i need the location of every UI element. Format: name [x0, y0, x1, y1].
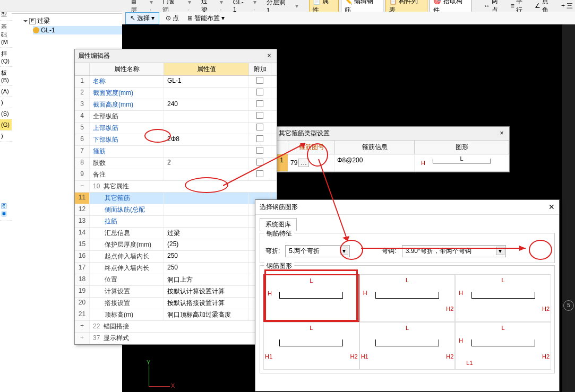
- rebar-shape-dialog: 选择钢筋图形✕ 系统图库 钢筋特征 弯折: 5.两个弯折▾ 弯钩: 3.90°弯…: [255, 199, 560, 391]
- close-icon[interactable]: ×: [265, 52, 273, 60]
- rebar-shape-option[interactable]: LHH2L1: [455, 322, 551, 370]
- col-stirrup-info: 箍筋信息: [335, 141, 415, 154]
- smart-layout-tool[interactable]: ⊞ 智能布置 ▾: [185, 13, 227, 24]
- property-editor-window: 属性编辑器× 属性名称 属性值 附加 1名称GL-12截面宽度(mm)3截面高度…: [74, 49, 277, 345]
- property-row[interactable]: 9备注: [75, 169, 277, 181]
- rebar-shape-option[interactable]: LHH2: [455, 274, 551, 322]
- col-stirrup-shape: 图形: [415, 141, 509, 154]
- tree-node-gl1[interactable]: GL-1: [33, 26, 122, 34]
- stirrup-type-dialog: 其它箍筋类型设置× 箍筋图号 箍筋信息 图形 1 79… Φ8@200 HL: [275, 126, 510, 172]
- rebar-shape-option[interactable]: LH1H2: [359, 322, 456, 370]
- stirrup-row[interactable]: 1 79… Φ8@200 HL: [276, 154, 509, 172]
- close-icon[interactable]: ✕: [548, 203, 555, 212]
- property-row[interactable]: 21顶标高(m)洞口顶标高加过梁高度: [75, 309, 277, 321]
- right-ruler: 5: [562, 24, 575, 392]
- stirrup-dialog-title: 其它箍筋类型设置: [279, 129, 330, 138]
- rebar-shape-option[interactable]: LH: [263, 274, 359, 322]
- property-row[interactable]: 6下部纵筋2Φ8: [75, 134, 277, 146]
- property-row[interactable]: 16起点伸入墙内长250: [75, 251, 277, 263]
- property-editor-title: 属性编辑器: [78, 51, 110, 60]
- property-row[interactable]: 14汇总信息过梁: [75, 228, 277, 239]
- property-row[interactable]: 2截面宽度(mm): [75, 88, 277, 99]
- hook-label: 弯钩:: [382, 247, 396, 256]
- shapes-legend: 钢筋图形: [264, 262, 294, 271]
- three-button[interactable]: + 三: [559, 1, 575, 12]
- property-row[interactable]: 17终点伸入墙内长250: [75, 263, 277, 274]
- ruler-mark-5: 5: [563, 300, 574, 311]
- property-row[interactable]: 3截面高度(mm)240: [75, 99, 277, 111]
- point-tool[interactable]: ⊙ 点: [164, 13, 181, 24]
- chevron-down-icon[interactable]: ▾: [496, 247, 504, 255]
- stirrup-shape-icon: HL: [417, 156, 507, 169]
- bend-label: 弯折:: [265, 247, 280, 256]
- hook-combo[interactable]: 3.90°弯折，带两个弯钩▾: [402, 245, 506, 257]
- property-row[interactable]: 13拉筋: [75, 216, 277, 228]
- chevron-down-icon[interactable]: ▾: [340, 247, 348, 255]
- select-tool[interactable]: ↖ 选择 ▾: [125, 12, 159, 24]
- property-row[interactable]: 5上部纵筋: [75, 123, 277, 134]
- col-stirrup-no: 箍筋图号: [288, 141, 335, 154]
- property-row[interactable]: 20搭接设置按默认搭接设置计算: [75, 298, 277, 309]
- property-row[interactable]: 18位置洞口上方: [75, 274, 277, 286]
- col-add: 附加: [249, 63, 271, 75]
- breadcrumb-bar: 首层▾ · 门窗洞▾ · 过梁▾ · GL-1▾ · 分层洞1▾ 📄 属性 ✏️…: [0, 0, 575, 12]
- tree-node-lintel[interactable]: E过梁: [23, 16, 122, 26]
- col-name: 属性名称: [90, 63, 164, 75]
- feature-legend: 钢筋特征: [264, 229, 294, 238]
- property-row[interactable]: 4全部纵筋: [75, 111, 277, 123]
- close-icon[interactable]: ×: [497, 129, 506, 138]
- left-category-strip: 类型 基础(M 拝(Q) 板(B) (A) ) (S) (G) ) 图▣: [0, 0, 12, 392]
- property-row[interactable]: 15保护层厚度(mm)(25): [75, 239, 277, 251]
- col-value: 属性值: [164, 63, 249, 75]
- tool-bar: ↖ 选择 ▾ ⊙ 点 ⊞ 智能布置 ▾: [122, 12, 575, 25]
- property-row[interactable]: 19计算设置按默认计算设置计算: [75, 286, 277, 298]
- rebar-shape-option[interactable]: LHH2: [359, 274, 456, 322]
- browse-button[interactable]: …: [298, 159, 309, 167]
- property-row[interactable]: 11其它箍筋: [75, 193, 277, 204]
- property-row[interactable]: 1名称GL-1: [75, 76, 277, 88]
- bend-combo[interactable]: 5.两个弯折▾: [285, 245, 350, 257]
- property-row[interactable]: 8肢数2: [75, 158, 277, 169]
- property-row[interactable]: 7箍筋: [75, 146, 277, 158]
- rebar-dialog-title: 选择钢筋图形: [260, 203, 298, 212]
- property-row[interactable]: 12侧面纵筋(总配: [75, 204, 277, 216]
- rebar-shape-option[interactable]: LH1H2: [263, 322, 359, 370]
